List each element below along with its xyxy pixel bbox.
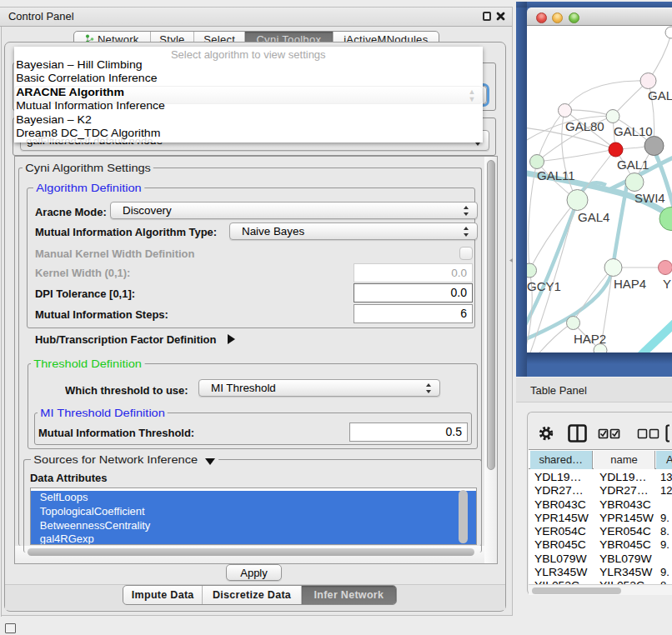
svg-text:SWI4: SWI4 [634, 191, 665, 205]
svg-text:GAL7: GAL7 [648, 88, 672, 102]
svg-text:GAL80: GAL80 [565, 119, 604, 133]
svg-text:GAL11: GAL11 [537, 168, 575, 182]
svg-text:GAL1: GAL1 [617, 158, 649, 172]
svg-text:HAP4: HAP4 [614, 277, 646, 291]
svg-text:HAP2: HAP2 [574, 332, 606, 346]
svg-text:GCY1: GCY1 [527, 279, 561, 293]
svg-text:Y: Y [663, 277, 671, 291]
svg-text:GAL10: GAL10 [614, 124, 653, 138]
svg-text:GAL4: GAL4 [578, 210, 609, 224]
